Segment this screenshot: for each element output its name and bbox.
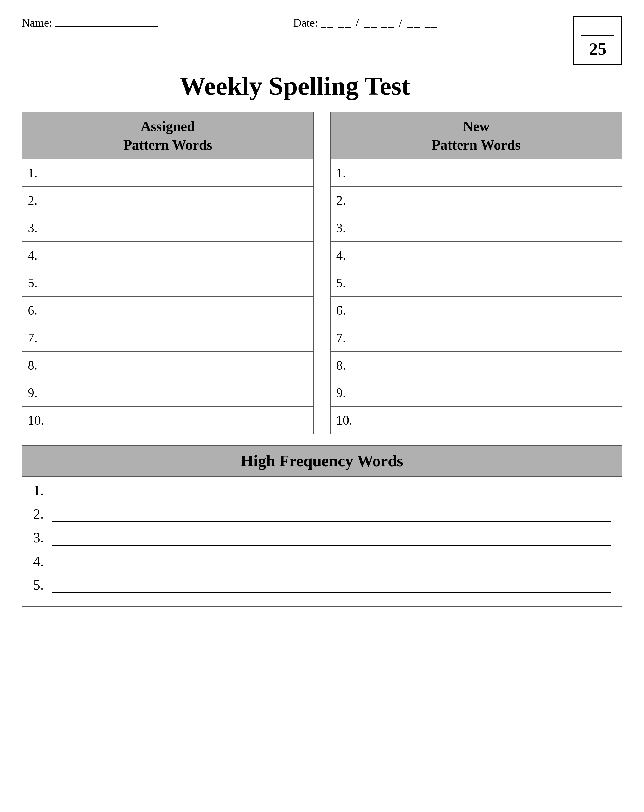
new-pattern-row: 1. <box>330 159 622 186</box>
new-pattern-table: New Pattern Words 1.2.3.4.5.6.7.8.9.10. <box>330 112 623 434</box>
hfw-line <box>52 486 611 498</box>
hfw-number: 4. <box>33 553 49 569</box>
hfw-line <box>52 510 611 522</box>
hfw-item: 1. <box>33 482 611 498</box>
assigned-pattern-row: 4. <box>22 241 314 269</box>
new-pattern-row: 10. <box>330 406 622 434</box>
assigned-pattern-header: Assigned Pattern Words <box>22 112 314 159</box>
header-row: Name: Date: __ __ / __ __ / __ __ 25 <box>22 16 622 65</box>
new-pattern-row: 2. <box>330 186 622 214</box>
date-placeholder: __ __ / __ __ / __ __ <box>321 16 438 29</box>
page-title: Weekly Spelling Test <box>22 71 568 101</box>
hfw-line <box>52 581 611 593</box>
name-section: Name: <box>22 16 158 29</box>
assigned-pattern-row: 3. <box>22 214 314 241</box>
new-pattern-row: 6. <box>330 296 622 324</box>
assigned-pattern-row: 8. <box>22 351 314 379</box>
hfw-item: 5. <box>33 577 611 593</box>
new-pattern-header: New Pattern Words <box>330 112 622 159</box>
new-pattern-row: 5. <box>330 269 622 296</box>
new-pattern-row: 3. <box>330 214 622 241</box>
new-pattern-row: 8. <box>330 351 622 379</box>
name-line <box>55 19 158 27</box>
date-section: Date: __ __ / __ __ / __ __ <box>293 16 438 29</box>
hfw-number: 1. <box>33 482 49 498</box>
score-box: 25 <box>573 16 622 65</box>
hfw-item: 2. <box>33 506 611 522</box>
new-pattern-row: 9. <box>330 379 622 406</box>
hfw-line <box>52 534 611 546</box>
assigned-pattern-row: 1. <box>22 159 314 186</box>
hfw-number: 2. <box>33 506 49 522</box>
hfw-section: High Frequency Words 1.2.3.4.5. <box>22 445 622 607</box>
score-number: 25 <box>589 39 606 59</box>
hfw-item: 3. <box>33 530 611 546</box>
hfw-line <box>52 557 611 569</box>
hfw-table: High Frequency Words <box>22 445 622 477</box>
assigned-pattern-table: Assigned Pattern Words 1.2.3.4.5.6.7.8.9… <box>22 112 314 434</box>
assigned-pattern-row: 7. <box>22 324 314 351</box>
hfw-number: 5. <box>33 577 49 593</box>
name-label: Name: <box>22 16 52 29</box>
hfw-number: 3. <box>33 530 49 546</box>
assigned-pattern-row: 10. <box>22 406 314 434</box>
tables-row: Assigned Pattern Words 1.2.3.4.5.6.7.8.9… <box>22 112 622 434</box>
date-label: Date: <box>293 16 318 29</box>
score-line <box>582 35 614 36</box>
assigned-pattern-row: 5. <box>22 269 314 296</box>
hfw-header: High Frequency Words <box>22 445 622 476</box>
assigned-pattern-row: 9. <box>22 379 314 406</box>
new-pattern-row: 7. <box>330 324 622 351</box>
assigned-pattern-row: 2. <box>22 186 314 214</box>
hfw-item: 4. <box>33 553 611 569</box>
assigned-pattern-row: 6. <box>22 296 314 324</box>
new-pattern-row: 4. <box>330 241 622 269</box>
hfw-items: 1.2.3.4.5. <box>22 477 622 607</box>
